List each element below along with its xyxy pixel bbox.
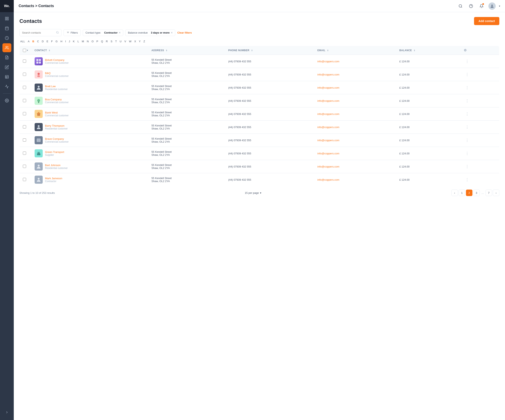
row-checkbox[interactable] [23,59,26,63]
more-actions-button[interactable]: ⋮ [464,164,471,169]
alpha-item-s[interactable]: S [110,39,113,43]
alpha-item-h[interactable]: H [60,39,63,43]
alpha-item-b[interactable]: B [32,39,35,43]
sidebar-item-calendar[interactable] [2,24,11,33]
sidebar-item-dashboard[interactable] [2,14,11,23]
contact-name[interactable]: Green Transport [45,150,64,154]
per-page-select[interactable]: 15 per page ▾ [245,191,261,194]
row-checkbox[interactable] [23,151,26,155]
email-link[interactable]: info@coppers.com [317,60,340,63]
more-actions-button[interactable]: ⋮ [464,111,471,117]
sidebar-collapse-arrow[interactable] [2,408,11,417]
row-checkbox[interactable] [23,138,26,142]
more-actions-button[interactable]: ⋮ [464,98,471,104]
alpha-item-p[interactable]: P [96,39,99,43]
contact-name[interactable]: Barry Thompson [45,124,68,127]
balance-sort-icon[interactable]: ⇕ [414,49,415,52]
alpha-item-v[interactable]: V [124,39,127,43]
more-actions-button[interactable]: ⋮ [464,150,471,156]
alpha-item-z[interactable]: Z [143,39,146,43]
row-checkbox[interactable] [23,178,26,181]
more-actions-button[interactable]: ⋮ [464,85,471,90]
alpha-item-a[interactable]: A [27,39,30,43]
row-checkbox[interactable] [23,165,26,168]
alpha-item-j[interactable]: J [68,39,71,43]
alpha-item-q[interactable]: Q [100,39,104,43]
sidebar-item-reports[interactable] [2,53,11,62]
select-all-chevron-icon[interactable]: ▾ [27,49,28,51]
contact-name[interactable]: Boa Company [45,98,69,101]
email-link[interactable]: info@coppers.com [317,73,340,76]
more-actions-button[interactable]: ⋮ [464,58,471,64]
contact-name[interactable]: Bart Johnson [45,164,68,167]
alpha-item-y[interactable]: Y [138,39,141,43]
contact-type-clear-icon[interactable]: × [119,31,120,34]
row-checkbox[interactable] [23,112,26,115]
table-settings-icon[interactable]: ⚙ [464,49,467,52]
pagination-page-1[interactable]: 1 [459,190,465,196]
row-checkbox[interactable] [23,86,26,89]
more-actions-button[interactable]: ⋮ [464,177,471,182]
alpha-item-i[interactable]: I [64,39,67,43]
pagination-next-button[interactable]: › [493,190,499,196]
alpha-item-x[interactable]: X [133,39,137,43]
contact-name[interactable]: Bank West [45,111,69,114]
more-actions-button[interactable]: ⋮ [464,137,471,143]
email-link[interactable]: info@coppers.com [317,99,340,102]
alpha-item-m[interactable]: M [81,39,85,43]
pagination-page-3[interactable]: 3 [473,190,480,196]
email-link[interactable]: info@coppers.com [317,165,340,168]
contact-name[interactable]: Brave Company [45,137,69,140]
search-input[interactable] [22,31,54,34]
row-checkbox[interactable] [23,125,26,128]
contact-sort-icon[interactable]: ⇕ [49,49,50,52]
alpha-item-f[interactable]: F [50,39,54,43]
alpha-item-u[interactable]: U [119,39,122,43]
clear-filters-button[interactable]: Clear filters [177,31,192,34]
contact-name[interactable]: Brett Lee [45,85,68,88]
avatar[interactable] [488,2,496,10]
alpha-item-all[interactable]: ALL [19,39,26,43]
sidebar-item-clock[interactable] [2,34,11,43]
sidebar-item-chart[interactable] [2,82,11,91]
balance-clear-icon[interactable]: × [171,31,173,34]
sidebar-item-settings[interactable] [2,96,11,105]
email-link[interactable]: info@coppers.com [317,152,340,155]
alpha-item-r[interactable]: R [105,39,108,43]
pagination-page-2[interactable]: 2 [466,190,473,196]
email-link[interactable]: info@coppers.com [317,126,340,129]
email-link[interactable]: info@coppers.com [317,113,340,116]
alpha-item-l[interactable]: L [77,39,80,43]
address-sort-icon[interactable]: ⇕ [166,49,168,52]
more-actions-button[interactable]: ⋮ [464,124,471,130]
sidebar-item-table[interactable] [2,72,11,81]
alpha-item-c[interactable]: C [36,39,40,43]
alpha-item-n[interactable]: N [86,39,89,43]
alpha-item-g[interactable]: G [55,39,58,43]
alpha-item-w[interactable]: W [128,39,132,43]
sidebar-item-contacts[interactable] [2,43,11,52]
phone-sort-icon[interactable]: ⇕ [251,49,253,52]
row-checkbox[interactable] [23,99,26,102]
email-link[interactable]: info@coppers.com [317,86,340,89]
contact-name[interactable]: B&Q [45,72,69,75]
search-icon[interactable] [457,2,464,10]
row-checkbox[interactable] [23,73,26,76]
filters-button[interactable]: Filters [63,29,81,36]
pagination-last-page[interactable]: 7 [486,190,492,196]
sidebar-item-notes[interactable] [2,63,11,72]
more-actions-button[interactable]: ⋮ [464,72,471,77]
pagination-prev-button[interactable]: ‹ [451,190,458,196]
contact-name[interactable]: Birkett Company [45,58,69,62]
alpha-item-o[interactable]: O [91,39,94,43]
alpha-item-t[interactable]: T [114,39,118,43]
alpha-item-d[interactable]: D [41,39,44,43]
alpha-item-k[interactable]: K [72,39,76,43]
notification-icon[interactable] [478,2,485,10]
email-link[interactable]: info@coppers.com [317,139,340,142]
help-icon[interactable] [467,2,475,10]
email-link[interactable]: info@coppers.com [317,178,340,181]
alpha-item-e[interactable]: E [46,39,49,43]
add-contact-button[interactable]: Add contact [474,17,499,25]
email-sort-icon[interactable]: ⇕ [327,49,329,52]
